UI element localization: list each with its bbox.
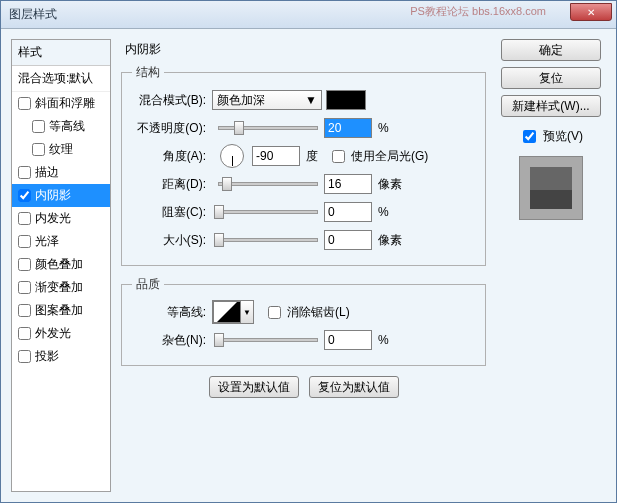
style-label: 外发光 (35, 325, 71, 342)
right-panel: 确定 复位 新建样式(W)... 预览(V) (496, 39, 606, 492)
style-label: 图案叠加 (35, 302, 83, 319)
make-default-button[interactable]: 设置为默认值 (209, 376, 299, 398)
structure-group: 结构 混合模式(B): 颜色加深 ▼ 不透明度(O): % 角度( (121, 64, 486, 266)
blend-mode-value: 颜色加深 (217, 92, 265, 109)
style-item-6[interactable]: 光泽 (12, 230, 110, 253)
preview-thumbnail (530, 167, 572, 209)
blend-mode-select[interactable]: 颜色加深 ▼ (212, 90, 322, 110)
angle-unit: 度 (306, 148, 318, 165)
structure-legend: 结构 (132, 64, 164, 81)
titlebar: 图层样式 PS教程论坛 bbs.16xx8.com ✕ (1, 1, 616, 29)
style-checkbox[interactable] (18, 258, 31, 271)
new-style-button[interactable]: 新建样式(W)... (501, 95, 601, 117)
watermark-text: PS教程论坛 bbs.16xx8.com (410, 4, 546, 19)
noise-label: 杂色(N): (132, 332, 212, 349)
style-label: 光泽 (35, 233, 59, 250)
quality-group: 品质 等高线: ▼ 消除锯齿(L) 杂色(N): (121, 276, 486, 366)
style-item-10[interactable]: 外发光 (12, 322, 110, 345)
angle-input[interactable] (252, 146, 300, 166)
size-slider[interactable] (218, 238, 318, 242)
blend-mode-label: 混合模式(B): (132, 92, 212, 109)
style-label: 描边 (35, 164, 59, 181)
opacity-input[interactable] (324, 118, 372, 138)
chevron-down-icon: ▼ (305, 93, 317, 107)
style-checkbox[interactable] (32, 120, 45, 133)
style-checkbox[interactable] (18, 212, 31, 225)
style-label: 内发光 (35, 210, 71, 227)
contour-swatch (213, 301, 241, 323)
choke-unit: % (378, 205, 389, 219)
opacity-unit: % (378, 121, 389, 135)
style-label: 投影 (35, 348, 59, 365)
style-item-8[interactable]: 渐变叠加 (12, 276, 110, 299)
style-label: 等高线 (49, 118, 85, 135)
style-item-11[interactable]: 投影 (12, 345, 110, 368)
noise-input[interactable] (324, 330, 372, 350)
style-label: 斜面和浮雕 (35, 95, 95, 112)
preview-checkbox[interactable]: 预览(V) (519, 127, 583, 146)
style-checkbox[interactable] (18, 350, 31, 363)
style-checkbox[interactable] (18, 304, 31, 317)
style-item-7[interactable]: 颜色叠加 (12, 253, 110, 276)
antialias-checkbox[interactable]: 消除锯齿(L) (264, 303, 350, 322)
style-item-5[interactable]: 内发光 (12, 207, 110, 230)
style-checkbox[interactable] (32, 143, 45, 156)
styles-header[interactable]: 样式 (12, 40, 110, 66)
style-item-4[interactable]: 内阴影 (12, 184, 110, 207)
dialog-body: 样式 混合选项:默认 斜面和浮雕等高线纹理描边内阴影内发光光泽颜色叠加渐变叠加图… (1, 29, 616, 502)
color-swatch[interactable] (326, 90, 366, 110)
reset-default-button[interactable]: 复位为默认值 (309, 376, 399, 398)
distance-input[interactable] (324, 174, 372, 194)
chevron-down-icon: ▼ (241, 301, 253, 323)
choke-input[interactable] (324, 202, 372, 222)
size-unit: 像素 (378, 232, 402, 249)
style-label: 内阴影 (35, 187, 71, 204)
angle-label: 角度(A): (132, 148, 212, 165)
size-input[interactable] (324, 230, 372, 250)
style-label: 颜色叠加 (35, 256, 83, 273)
style-item-1[interactable]: 等高线 (12, 115, 110, 138)
contour-label: 等高线: (132, 304, 212, 321)
style-label: 纹理 (49, 141, 73, 158)
layer-style-dialog: 图层样式 PS教程论坛 bbs.16xx8.com ✕ 样式 混合选项:默认 斜… (0, 0, 617, 503)
settings-panel: 内阴影 结构 混合模式(B): 颜色加深 ▼ 不透明度(O): % (121, 39, 486, 492)
style-checkbox[interactable] (18, 327, 31, 340)
cancel-button[interactable]: 复位 (501, 67, 601, 89)
panel-title: 内阴影 (121, 39, 486, 60)
size-label: 大小(S): (132, 232, 212, 249)
title-text: 图层样式 (9, 6, 57, 23)
blend-options-item[interactable]: 混合选项:默认 (12, 66, 110, 92)
close-button[interactable]: ✕ (570, 3, 612, 21)
style-label: 渐变叠加 (35, 279, 83, 296)
choke-slider[interactable] (218, 210, 318, 214)
noise-unit: % (378, 333, 389, 347)
style-checkbox[interactable] (18, 281, 31, 294)
styles-list: 样式 混合选项:默认 斜面和浮雕等高线纹理描边内阴影内发光光泽颜色叠加渐变叠加图… (11, 39, 111, 492)
contour-picker[interactable]: ▼ (212, 300, 254, 324)
opacity-slider[interactable] (218, 126, 318, 130)
style-checkbox[interactable] (18, 166, 31, 179)
style-checkbox[interactable] (18, 189, 31, 202)
opacity-label: 不透明度(O): (132, 120, 212, 137)
preview-box (519, 156, 583, 220)
choke-label: 阻塞(C): (132, 204, 212, 221)
quality-legend: 品质 (132, 276, 164, 293)
style-item-9[interactable]: 图案叠加 (12, 299, 110, 322)
style-item-3[interactable]: 描边 (12, 161, 110, 184)
noise-slider[interactable] (218, 338, 318, 342)
angle-control[interactable] (220, 144, 244, 168)
distance-slider[interactable] (218, 182, 318, 186)
style-item-2[interactable]: 纹理 (12, 138, 110, 161)
style-checkbox[interactable] (18, 97, 31, 110)
ok-button[interactable]: 确定 (501, 39, 601, 61)
style-item-0[interactable]: 斜面和浮雕 (12, 92, 110, 115)
distance-label: 距离(D): (132, 176, 212, 193)
style-checkbox[interactable] (18, 235, 31, 248)
global-light-checkbox[interactable]: 使用全局光(G) (328, 147, 428, 166)
distance-unit: 像素 (378, 176, 402, 193)
